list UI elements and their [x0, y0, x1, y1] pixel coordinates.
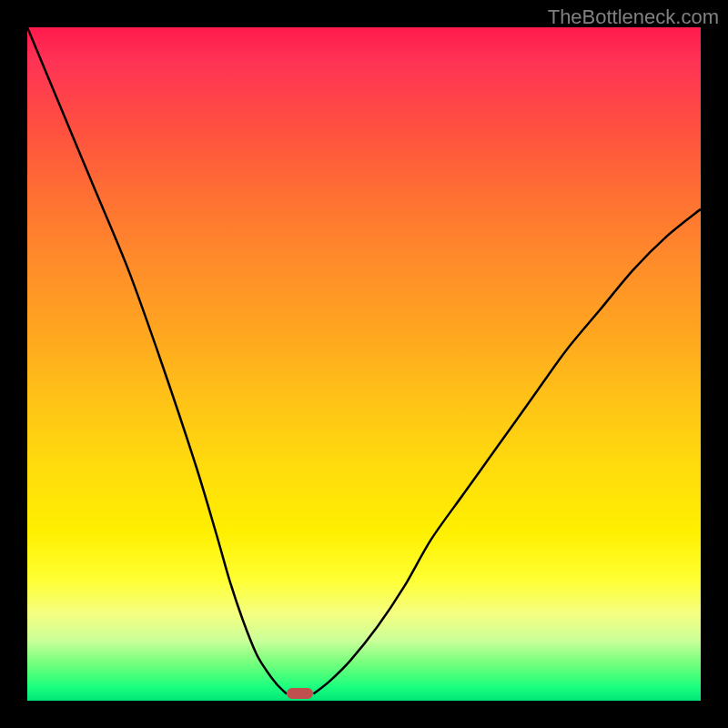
- left-curve-line: [27, 27, 287, 694]
- plot-area: [27, 27, 701, 701]
- bottleneck-marker: [287, 688, 314, 699]
- curve-layer: [27, 27, 701, 701]
- chart-frame: [27, 27, 701, 701]
- watermark-text: TheBottleneck.com: [548, 5, 719, 29]
- right-curve-line: [314, 209, 702, 694]
